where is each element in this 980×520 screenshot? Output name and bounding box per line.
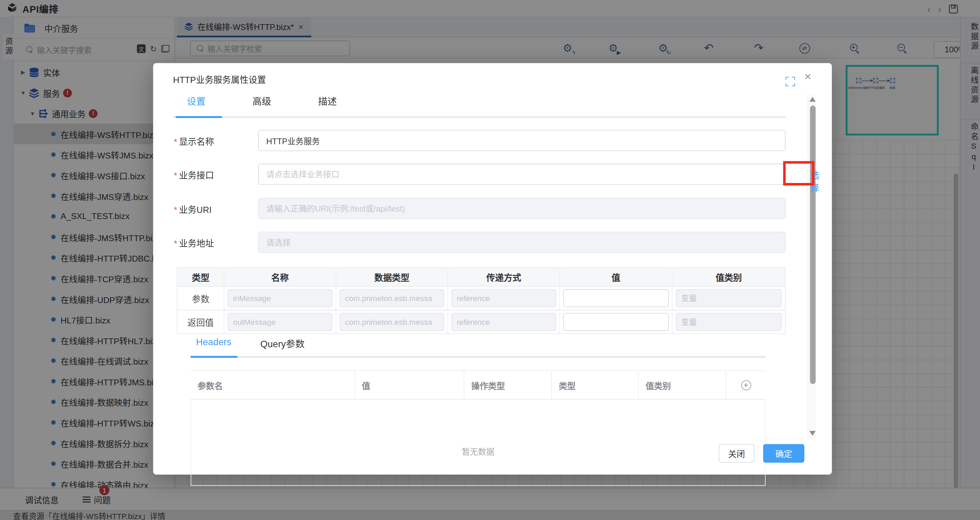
headers-query-tabs: Headers Query参数 (191, 337, 328, 350)
active-subtab-underline (191, 356, 238, 358)
tab-headers[interactable]: Headers (191, 337, 237, 350)
active-tab-underline (176, 116, 222, 118)
field-label: *业务URI (173, 203, 212, 216)
row-type-label: 参数 (192, 292, 209, 304)
column-header: 类型 (552, 371, 639, 399)
column-header: 传递方式 (448, 268, 560, 286)
tab-query-params[interactable]: Query参数 (259, 337, 305, 350)
return-value-input[interactable] (563, 313, 668, 331)
return-name-input[interactable] (228, 313, 332, 331)
display-name-input[interactable] (258, 130, 786, 151)
column-header: 操作类型 (464, 371, 552, 399)
modal-scrollbar[interactable] (807, 94, 816, 438)
field-row-service-uri: *业务URI (173, 198, 786, 219)
column-header: 参数名 (191, 371, 355, 399)
scroll-up-icon[interactable] (810, 97, 816, 102)
headers-table: 参数名 值 操作类型 类型 值类别 + 暂无数据 (191, 370, 765, 486)
required-asterisk: * (173, 238, 177, 248)
field-label: *业务地址 (173, 237, 214, 249)
required-asterisk: * (173, 137, 177, 147)
return-mode-input[interactable] (451, 313, 556, 331)
required-asterisk: * (173, 205, 177, 215)
column-header: 值 (355, 371, 464, 399)
dialog-title: HTTP业务服务属性设置 (173, 73, 266, 86)
return-category-input[interactable] (676, 313, 782, 331)
tab-advanced[interactable]: 高级 (239, 94, 285, 115)
row-type-label: 返回值 (188, 315, 214, 328)
param-mode-input[interactable] (451, 289, 556, 307)
service-uri-input[interactable] (258, 198, 786, 219)
add-row-column: + (726, 371, 766, 399)
field-label: *显示名称 (173, 135, 214, 147)
field-row-service-address: *业务地址 (173, 231, 786, 253)
tab-description[interactable]: 描述 (304, 94, 351, 115)
empty-state-text: 暂无数据 (462, 445, 495, 457)
maximize-icon[interactable] (786, 77, 795, 86)
column-header: 值类别 (673, 268, 785, 286)
ok-button[interactable]: 确定 (763, 444, 804, 463)
required-asterisk: * (173, 170, 177, 180)
column-header: 类型 (177, 268, 224, 286)
scrollbar-thumb[interactable] (810, 105, 816, 384)
close-icon[interactable]: × (804, 70, 811, 82)
tab-underline-track (173, 116, 786, 118)
http-service-properties-dialog: HTTP业务服务属性设置 × 设置 高级 描述 *显示名称 *业务接口 选择 *… (153, 63, 832, 474)
app-root: API编排 ‹ › 资源 中介服务 输入关键字搜索 文 ↻ (0, 0, 980, 520)
column-header: 值 (560, 268, 672, 286)
param-name-input[interactable] (228, 289, 332, 307)
params-table: 类型 名称 数据类型 传递方式 值 值类别 参数 返回值 (177, 267, 786, 334)
dialog-tabs: 设置 高级 描述 (173, 94, 370, 115)
field-row-service-interface: *业务接口 选择 (173, 163, 786, 185)
headers-table-header: 参数名 值 操作类型 类型 值类别 + (191, 370, 765, 400)
service-address-input[interactable] (258, 231, 786, 253)
subtab-underline-track (191, 356, 765, 358)
param-datatype-input[interactable] (339, 289, 444, 307)
column-header: 名称 (224, 268, 336, 286)
add-row-icon[interactable]: + (741, 380, 751, 390)
tab-settings[interactable]: 设置 (173, 94, 220, 115)
param-value-input[interactable] (563, 289, 668, 307)
scroll-down-icon[interactable] (810, 431, 816, 436)
column-header: 数据类型 (336, 268, 448, 286)
table-row: 参数 (177, 286, 785, 310)
field-label: *业务接口 (173, 169, 214, 181)
annotation-highlight-box (783, 161, 815, 186)
param-category-input[interactable] (676, 289, 782, 307)
table-row: 返回值 (177, 310, 785, 334)
service-interface-input[interactable] (258, 163, 786, 185)
column-header: 值类别 (639, 371, 726, 399)
headers-table-empty-body: 暂无数据 (191, 400, 765, 486)
close-button[interactable]: 关闭 (719, 444, 755, 463)
params-table-header: 类型 名称 数据类型 传递方式 值 值类别 (177, 268, 785, 286)
field-row-display-name: *显示名称 (173, 130, 786, 151)
return-datatype-input[interactable] (339, 313, 444, 331)
